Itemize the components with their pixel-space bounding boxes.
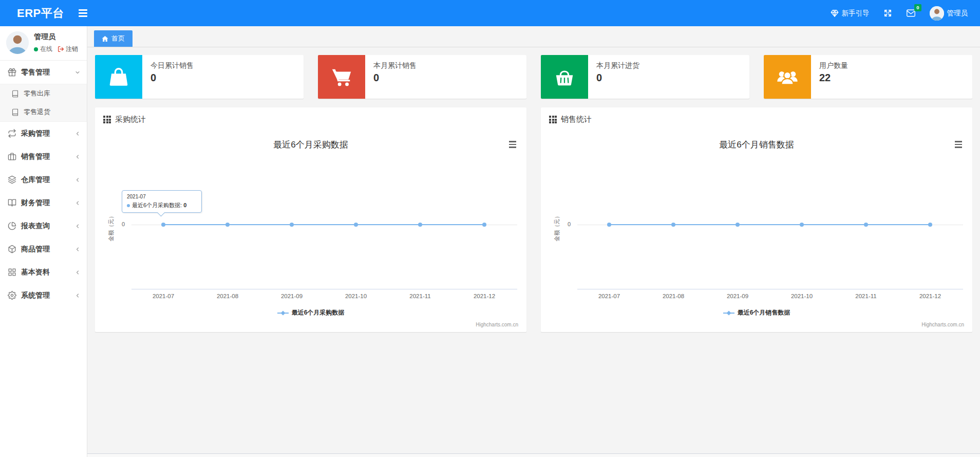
chevron-left-icon [74,177,81,183]
sales-chart: 最近6个月销售数据 金额（元） 0 最近6个月销售数据 Highcharts.c… [541,131,972,332]
pie-chart-icon [8,222,16,230]
chart-title: 最近6个月销售数据 [541,139,972,151]
chevron-down-icon [74,69,81,76]
sidebar-menu: 零售管理 零售出库 零售退货 [0,61,87,307]
data-point[interactable] [928,223,932,227]
chevron-left-icon [74,200,81,206]
logout-button[interactable]: 注销 [58,45,78,53]
legend-marker-icon [277,310,289,316]
data-point[interactable] [418,223,422,227]
sidebar-item-warehouse[interactable]: 仓库管理 [0,168,87,191]
card-today-sales[interactable]: 今日累计销售 0 [95,55,304,99]
data-point[interactable] [607,223,611,227]
tab-home[interactable]: 首页 [94,30,133,47]
sidebar: 管理员 在线 注销 零售管理 [0,26,87,457]
data-point[interactable] [354,223,358,227]
sidebar-item-retail-return[interactable]: 零售退货 [0,103,87,121]
panel-title: 销售统计 [561,115,592,124]
sidebar-item-label: 报表查询 [21,222,50,231]
th-grid-icon [103,116,111,123]
purchase-stats-panel: 采购统计 最近6个月采购数据 金额（元） 0 2021-07 最近6个月采购数据… [95,107,526,332]
user-menu[interactable]: 管理员 [930,6,968,21]
data-point[interactable] [290,223,294,227]
sidebar-item-products[interactable]: 商品管理 [0,237,87,261]
card-label: 今日累计销售 [150,61,194,70]
chevron-left-icon [74,293,81,299]
card-month-purchase[interactable]: 本月累计进货 0 [541,55,749,99]
sidebar-item-label: 零售管理 [21,68,50,77]
purchase-chart: 最近6个月采购数据 金额（元） 0 2021-07 最近6个月采购数据: 0 最… [95,131,526,332]
x-axis-label: 2021-08 [217,293,238,299]
top-navbar: ERP平台 新手引导 0 管理员 [0,0,980,26]
card-user-count[interactable]: 用户数量 22 [764,55,972,99]
charts-row: 采购统计 最近6个月采购数据 金额（元） 0 2021-07 最近6个月采购数据… [95,107,972,332]
shopping-cart-icon [318,55,365,99]
sidebar-item-finance[interactable]: 财务管理 [0,191,87,214]
x-axis-label: 2021-09 [281,293,303,299]
gear-icon [8,291,16,300]
legend-label: 最近6个月采购数据 [292,308,345,317]
chevron-left-icon [74,246,81,252]
sidebar-item-system[interactable]: 系统管理 [0,284,87,307]
sidebar-item-purchase[interactable]: 采购管理 [0,122,87,145]
sidebar-item-retail[interactable]: 零售管理 [0,61,87,84]
app-logo: ERP平台 [17,6,64,21]
legend-label: 最近6个月销售数据 [738,308,790,317]
x-axis-label: 2021-12 [474,293,495,299]
data-point[interactable] [482,223,486,227]
panel-header: 销售统计 [541,107,972,131]
data-point[interactable] [161,223,165,227]
chevron-left-icon [74,131,81,137]
x-axis-line [577,289,963,289]
chart-credits: Highcharts.com.cn [921,322,964,327]
avatar [930,6,944,21]
data-point[interactable] [671,223,675,227]
card-month-sales[interactable]: 本月累计销售 0 [318,55,526,99]
sign-out-icon [58,46,64,52]
logout-label: 注销 [66,45,78,53]
x-axis-label: 2021-07 [598,293,620,299]
y-axis-title: 金额（元） [107,197,116,257]
fullscreen-button[interactable] [883,9,892,17]
series-line [163,224,484,225]
panel-header: 采购统计 [95,107,526,131]
data-point[interactable] [736,223,740,227]
data-point[interactable] [864,223,868,227]
card-value: 22 [819,72,848,84]
gift-icon [8,68,16,77]
chart-context-menu-button[interactable] [953,139,964,150]
legend-item[interactable]: 最近6个月采购数据 [95,308,526,317]
x-axis-label: 2021-11 [855,293,876,299]
data-point[interactable] [225,223,230,227]
sidebar-item-basic-data[interactable]: 基本资料 [0,261,87,284]
newbie-guide-label: 新手引导 [842,9,870,18]
username-label: 管理员 [947,9,968,18]
sidebar-item-retail-outbound[interactable]: 零售出库 [0,84,87,103]
sidebar-item-label: 系统管理 [21,291,50,300]
online-status-label: 在线 [40,45,52,53]
package-icon [8,245,16,253]
th-grid-icon [549,116,557,123]
x-axis-label: 2021-07 [153,293,174,299]
sidebar-toggle-icon[interactable] [76,6,90,20]
sidebar-item-reports[interactable]: 报表查询 [0,214,87,237]
legend-item[interactable]: 最近6个月销售数据 [541,308,972,317]
newbie-guide-button[interactable]: 新手引导 [831,9,870,18]
panel-title: 采购统计 [115,115,146,124]
x-axis-label: 2021-10 [345,293,367,299]
book-icon [11,90,19,98]
sidebar-item-sales[interactable]: 销售管理 [0,145,87,168]
chevron-left-icon [74,154,81,160]
expand-arrows-icon [883,9,892,17]
card-value: 0 [150,72,194,84]
chart-context-menu-button[interactable] [507,139,518,150]
tab-label: 首页 [111,34,125,43]
series-dot-icon [127,204,130,207]
users-icon [764,55,811,99]
footer-divider [87,453,980,457]
data-point[interactable] [800,223,804,227]
sidebar-item-label: 财务管理 [21,198,50,208]
messages-button[interactable]: 0 [906,9,916,17]
repeat-icon [8,129,16,138]
card-value: 0 [596,72,639,84]
